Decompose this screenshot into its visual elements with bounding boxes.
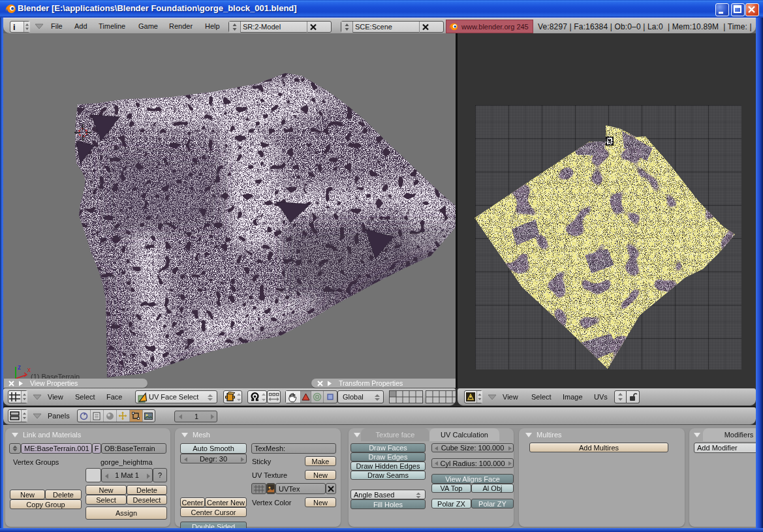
svg-text:z: z	[18, 364, 21, 371]
